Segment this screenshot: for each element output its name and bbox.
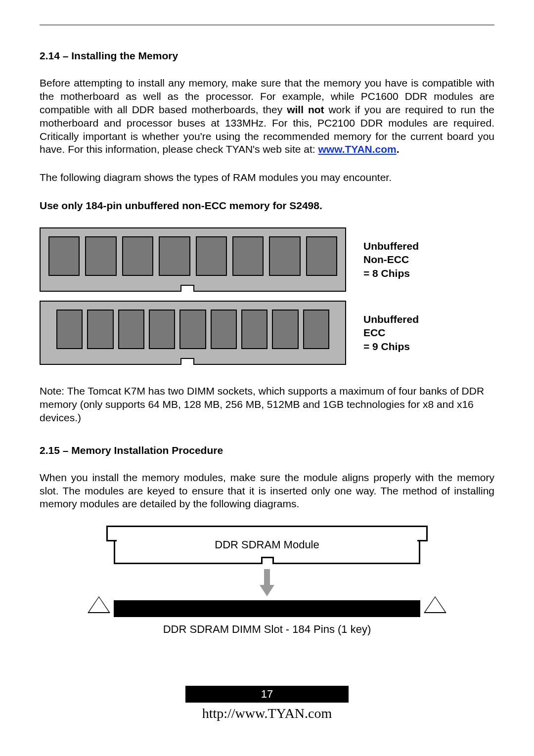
tyan-link[interactable]: www.TYAN.com: [318, 143, 396, 155]
text: Non-ECC: [363, 254, 409, 265]
intro-paragraph: Before attempting to install any memory,…: [40, 77, 494, 156]
ram-chip: [241, 310, 267, 349]
module-notch: [180, 358, 194, 365]
ram-chip: [87, 310, 113, 349]
svg-rect-0: [264, 569, 270, 585]
slot-wrap: [94, 600, 440, 617]
text: Unbuffered: [363, 313, 419, 325]
ram-label-nonecc: Unbuffered Non-ECC = 8 Chips: [363, 239, 419, 280]
top-rule: [40, 25, 494, 25]
ram-chip: [85, 236, 116, 276]
ram-chip: [179, 310, 206, 349]
text: = 8 Chips: [363, 267, 410, 279]
chip-row: [48, 236, 337, 276]
ram-chip: [159, 236, 190, 276]
ram-row-nonecc: Unbuffered Non-ECC = 8 Chips: [40, 227, 494, 292]
ram-label-ecc: Unbuffered ECC = 9 Chips: [363, 312, 419, 353]
heading-2-15: 2.15 – Memory Installation Procedure: [40, 445, 494, 456]
ram-chip: [122, 236, 153, 276]
period: .: [397, 143, 400, 155]
ram-chip: [269, 236, 300, 276]
page-footer: 17 http://www.TYAN.com: [0, 686, 534, 721]
dimm-slot: [114, 600, 420, 617]
ram-row-ecc: Unbuffered ECC = 9 Chips: [40, 301, 494, 365]
module-edge: [114, 563, 420, 564]
ram-chip: [272, 310, 298, 349]
heading-2-14: 2.14 – Installing the Memory: [40, 50, 494, 62]
emphasis-will-not: will not: [287, 104, 324, 115]
module-key-notch: [261, 557, 274, 564]
clip-left-icon: [89, 597, 109, 612]
chip-row: [56, 310, 329, 349]
memory-requirement: Use only 184-pin unbuffered non-ECC memo…: [40, 199, 494, 213]
footer-url: http://www.TYAN.com: [0, 706, 534, 721]
arrow-down-icon: [260, 569, 274, 596]
insertion-diagram: DDR SDRAM Module DDR SDRAM DIMM Slot - 1…: [94, 526, 440, 636]
ram-chip: [232, 236, 264, 276]
ram-diagram-block: Unbuffered Non-ECC = 8 Chips: [40, 227, 494, 365]
page-number: 17: [185, 686, 349, 703]
install-paragraph: When you install the memory modules, mak…: [40, 471, 494, 511]
svg-marker-1: [260, 585, 274, 596]
module-label: DDR SDRAM Module: [215, 538, 319, 551]
ram-module-9chip: [40, 301, 346, 365]
slot-label: DDR SDRAM DIMM Slot - 184 Pins (1 key): [94, 623, 440, 636]
text: ECC: [363, 327, 385, 338]
ram-chip: [211, 310, 237, 349]
page: 2.14 – Installing the Memory Before atte…: [0, 0, 534, 756]
dimm-note: Note: The Tomcat K7M has two DIMM socket…: [40, 385, 494, 425]
ram-chip: [48, 236, 80, 276]
ram-chip: [306, 236, 337, 276]
clip-right-icon: [425, 597, 445, 612]
text: = 9 Chips: [363, 341, 410, 352]
diagram-intro: The following diagram shows the types of…: [40, 171, 494, 184]
ram-chip: [303, 310, 329, 349]
slot-key: [261, 600, 271, 617]
ram-chip: [149, 310, 175, 349]
module-notch: [180, 285, 194, 292]
ram-chip: [118, 310, 144, 349]
text: Unbuffered: [363, 240, 419, 252]
ram-chip: [56, 310, 83, 349]
ram-module-8chip: [40, 227, 346, 292]
ram-chip: [196, 236, 227, 276]
